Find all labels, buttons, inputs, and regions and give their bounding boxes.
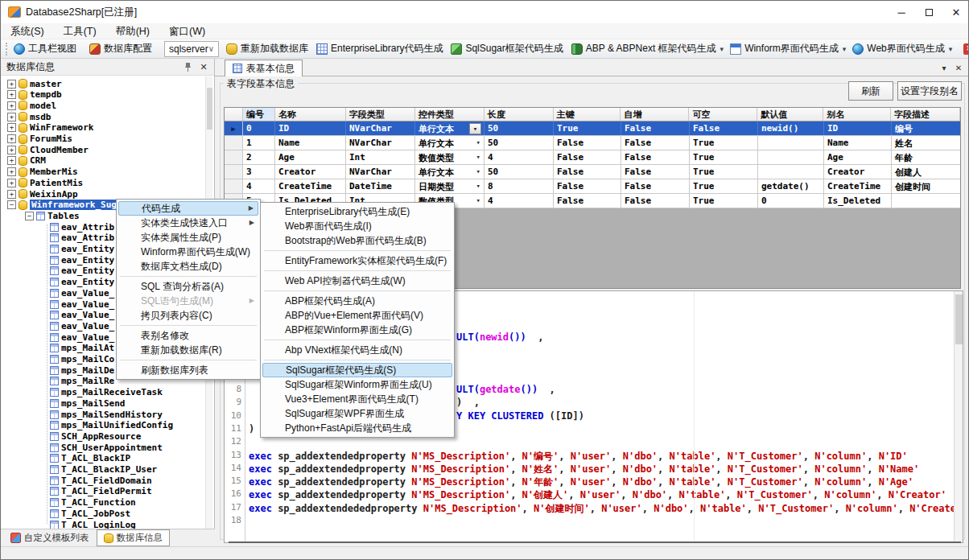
expand-icon[interactable]: + (7, 134, 16, 143)
submenu-item[interactable]: SqlSugar框架WPF界面生成 (262, 406, 452, 421)
tab-list-caret-icon[interactable]: ▾ (938, 62, 950, 74)
grid-cell[interactable]: True (690, 165, 758, 179)
db-type-select[interactable]: sqlserver ∨ (164, 41, 219, 57)
bottom-tab-template-list[interactable]: 自定义模板列表 (3, 529, 97, 546)
submenu-item[interactable]: ABP的Vue+Element界面代码(V) (262, 308, 452, 323)
set-field-alias-button[interactable]: 设置字段别名 (897, 81, 962, 101)
grid-cell[interactable]: 1 (243, 136, 275, 150)
grid-cell[interactable]: CreateTime (824, 179, 892, 193)
grid-cell[interactable]: 0 (243, 121, 275, 135)
submenu-item[interactable]: EnterpriseLibrary代码生成(E) (262, 204, 452, 219)
grid-cell[interactable]: 50 (484, 121, 554, 135)
refresh-button[interactable]: 刷新 (848, 81, 893, 101)
dropdown-caret-icon[interactable]: ▾ (949, 45, 955, 53)
grid-cell[interactable] (758, 136, 824, 150)
submenu-item[interactable]: Vue3+Element界面代码生成(T) (262, 392, 452, 406)
tree-item-table[interactable]: eav_Attrib (47, 233, 114, 244)
submenu-item[interactable]: Bootstrap的Web界面代码生成(B) (262, 233, 452, 248)
grid-cell[interactable]: 50 (484, 165, 554, 179)
tree-item-database[interactable]: +CloudMember (7, 144, 89, 155)
tree-item-table[interactable]: eav_Value_ (47, 320, 114, 331)
grid-cell[interactable]: NVarChar (346, 136, 415, 150)
menubar-item[interactable]: 帮助(H) (106, 23, 159, 39)
menubar-item[interactable]: 工具(T) (54, 23, 106, 39)
grid-column-header[interactable]: 字段类型 (346, 108, 415, 121)
submenu-item[interactable]: ABP框架Winform界面生成(G) (262, 323, 452, 337)
horizontal-splitter[interactable] (229, 541, 961, 543)
grid-cell[interactable]: 0 (758, 194, 824, 208)
expand-icon[interactable]: + (7, 90, 16, 99)
tree-item-table[interactable]: eav_Attrib (47, 221, 114, 233)
grid-column-header[interactable]: 别名 (823, 108, 891, 121)
expand-icon[interactable]: + (7, 190, 16, 199)
tree-item-database[interactable]: +ForumMis (7, 134, 72, 145)
grid-cell[interactable] (758, 150, 824, 164)
tree-item-table[interactable]: T_ACL_BlackIP_User (47, 464, 157, 476)
grid-cell[interactable]: Name (824, 136, 892, 150)
grid-column-header[interactable]: 自增 (621, 108, 689, 121)
grid-column-header[interactable]: 主键 (554, 108, 621, 121)
grid-cell[interactable]: 姓名 (892, 136, 961, 150)
submenu-item[interactable]: EntityFramework实体框架代码生成(F) (262, 253, 452, 268)
tree-item-table[interactable]: T_ACL_JobPost (47, 508, 130, 519)
tree-item-table[interactable]: eav_Entity (47, 254, 114, 266)
grid-cell[interactable]: False (554, 165, 621, 179)
tree-item-table[interactable]: eav_Entity (47, 277, 114, 288)
grid-cell[interactable]: Name (275, 136, 346, 150)
tree-item-table[interactable]: mps_MailUnifiedConfig (47, 420, 173, 431)
expand-icon[interactable]: + (7, 179, 16, 187)
row-selector[interactable] (225, 150, 243, 164)
sql-vertical-scrollbar[interactable] (954, 291, 963, 542)
expand-icon[interactable]: + (7, 156, 16, 165)
tree-item-table[interactable]: T_ACL_FieldDomain (47, 475, 152, 486)
grid-cell[interactable]: getdate() (758, 179, 824, 193)
maximize-button[interactable] (915, 1, 942, 23)
expand-icon[interactable]: + (7, 167, 16, 176)
grid-cell[interactable]: False (621, 150, 690, 164)
combo-dropdown-icon[interactable]: ▾ (476, 196, 480, 204)
combo-dropdown-icon[interactable]: ▾ (476, 182, 480, 190)
submenu-item[interactable]: Abp VNext框架代码生成(N) (262, 343, 452, 357)
grid-column-header[interactable]: 编号 (243, 108, 275, 121)
row-selector[interactable] (225, 165, 243, 179)
toolbar-winform-button[interactable]: Winform界面代码生成 (726, 40, 843, 57)
grid-cell[interactable]: ID (275, 121, 346, 135)
menubar-item[interactable]: 窗口(W) (159, 23, 215, 39)
toolbar-abp-button[interactable]: ABP & ABPNext 框架代码生成 (567, 40, 720, 57)
table-row[interactable]: 3CreatorNVarChar单行文本▾50FalseFalseTrueCre… (225, 165, 960, 179)
grid-cell[interactable]: 8 (484, 179, 554, 193)
grid-cell[interactable]: DateTime (346, 179, 415, 193)
grid-cell[interactable]: Creator (275, 165, 346, 179)
tab-table-basic-info[interactable]: 表基本信息 (225, 60, 303, 76)
submenu-item[interactable]: Python+FastApi后端代码生成 (262, 421, 452, 435)
context-menu-item[interactable]: 实体类生成快速入口▶ (118, 216, 258, 230)
context-menu-item[interactable]: Winform界面代码生成(W) (118, 245, 258, 259)
tree-item-database[interactable]: +WinFramework (7, 122, 93, 134)
grid-column-header[interactable]: 名称 (275, 108, 346, 121)
toolbar-reload-button[interactable]: 重新加载数据库 (222, 40, 312, 57)
close-button[interactable]: ✕ (942, 1, 969, 23)
context-menu-item[interactable]: SQL 查询分析器(A) (118, 279, 258, 294)
grid-cell[interactable]: 单行文本▾ (415, 136, 484, 150)
grid-cell[interactable]: False (554, 179, 621, 193)
tree-item-database[interactable]: +tempdb (7, 89, 62, 101)
submenu-item[interactable]: Web界面代码生成(I) (262, 219, 452, 233)
tree-item-table[interactable]: T_ACL_LoginLog (47, 519, 136, 529)
grid-cell[interactable] (892, 194, 961, 208)
toolbar-db-config-button[interactable]: 数据库配置 (85, 40, 156, 57)
tree-item-table[interactable]: eav_Value_ (47, 331, 114, 343)
expand-icon[interactable]: + (7, 113, 16, 121)
grid-cell[interactable]: False (621, 179, 690, 193)
grid-cell[interactable]: 50 (484, 136, 554, 150)
grid-cell[interactable]: 年龄 (892, 150, 961, 164)
grid-cell[interactable]: False (554, 136, 621, 150)
grid-cell[interactable]: 日期类型▾ (415, 179, 484, 193)
submenu-item[interactable]: SqlSugar框架代码生成(S) (262, 363, 452, 377)
pin-icon[interactable] (181, 60, 194, 73)
tree-item-table[interactable]: eav_Entity (47, 266, 114, 277)
grid-cell[interactable]: Int (346, 150, 415, 164)
grid-cell[interactable]: Age (824, 150, 892, 164)
context-menu-item[interactable]: 实体类属性生成(P) (118, 230, 258, 245)
grid-column-header[interactable]: 可空 (689, 108, 757, 121)
grid-cell[interactable]: False (621, 194, 690, 208)
